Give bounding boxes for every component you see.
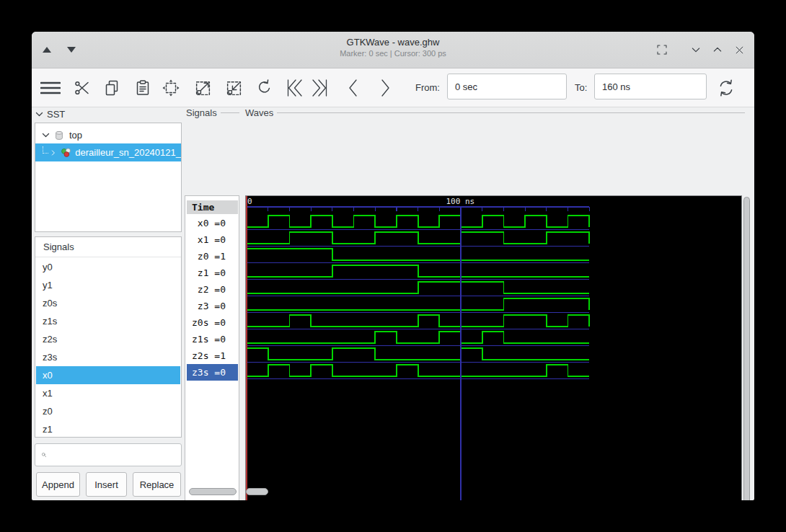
marker-cursor-status: Marker: 0 sec | Cursor: 300 ps xyxy=(32,48,754,58)
sst-label: SST xyxy=(47,109,65,120)
keep-above-button[interactable] xyxy=(653,40,671,59)
window-title: GTKWave - wave.ghw xyxy=(32,36,754,48)
signal-row[interactable]: z0 =1 xyxy=(187,248,238,265)
tree-item-derailleur[interactable]: derailleur_sn_20240121_ xyxy=(35,143,181,161)
search-input[interactable] xyxy=(51,445,181,465)
signal-row[interactable]: x1 =0 xyxy=(187,231,238,248)
names-hscrollbar[interactable] xyxy=(189,488,237,495)
main-content: SST top derailleur_sn_20240121_ Signa xyxy=(32,107,754,500)
chevron-down-icon xyxy=(690,44,702,56)
desktop-background: GTKWave - wave.ghw Marker: 0 sec | Curso… xyxy=(0,0,786,532)
expander-open-icon[interactable] xyxy=(41,130,50,140)
menu-icon xyxy=(40,79,61,97)
wave-canvas[interactable]: 0100 ns xyxy=(245,195,742,500)
replace-button[interactable]: Replace xyxy=(133,472,181,497)
tree-item-label: derailleur_sn_20240121_ xyxy=(75,147,181,158)
signal-row[interactable]: z1 =0 xyxy=(187,265,238,281)
zoom-out-button[interactable] xyxy=(221,76,246,100)
reload-button[interactable] xyxy=(714,76,738,100)
timeline-marker-label: 100 ns xyxy=(446,197,475,206)
menu-button[interactable] xyxy=(38,76,63,100)
signal-row[interactable]: x0 =0 xyxy=(187,215,238,231)
list-item[interactable]: z0s xyxy=(36,294,180,312)
waveform-z3s xyxy=(247,365,589,376)
names-frame-label: Signals xyxy=(186,107,217,118)
list-item[interactable]: z1 xyxy=(36,420,180,436)
waveform-z3 xyxy=(247,298,589,310)
chevron-left-icon xyxy=(345,79,362,97)
skip-to-start-button[interactable] xyxy=(283,76,307,100)
signal-row[interactable]: z3 =0 xyxy=(187,298,238,314)
from-label: From: xyxy=(415,82,440,93)
skip-to-end-button[interactable] xyxy=(307,76,332,100)
append-button[interactable]: Append xyxy=(36,472,80,497)
replace-label: Replace xyxy=(140,479,175,490)
module-icon xyxy=(60,146,72,159)
search-icon xyxy=(41,449,47,461)
cut-button[interactable] xyxy=(70,76,94,100)
list-item[interactable]: z1s xyxy=(36,312,180,330)
signal-row[interactable]: z2 =0 xyxy=(187,281,238,298)
undo-button[interactable] xyxy=(252,76,276,100)
keep-above-icon xyxy=(655,43,668,56)
waves-frame-line xyxy=(277,112,745,113)
signal-names-panel: Time x0 =0 x1 =0 z0 =1 z1 =0 z2 =0 z3 =0… xyxy=(185,195,239,500)
signal-row[interactable]: z1s =0 xyxy=(187,331,238,347)
waves-vscroll-thumb[interactable] xyxy=(743,197,750,500)
time-header[interactable]: Time xyxy=(187,200,238,214)
signal-list-header: Signals xyxy=(35,237,181,257)
tree-item-top[interactable]: top xyxy=(35,127,181,143)
waveform-z1s xyxy=(247,332,589,343)
copy-button[interactable] xyxy=(100,76,124,100)
copy-icon xyxy=(103,79,120,97)
sst-header[interactable]: SST xyxy=(35,109,65,120)
titlebar[interactable]: GTKWave - wave.ghw Marker: 0 sec | Curso… xyxy=(32,32,754,68)
waveform-z0 xyxy=(247,249,589,260)
undo-icon xyxy=(255,79,273,97)
skip-to-end-icon xyxy=(309,79,330,97)
list-item[interactable]: y1 xyxy=(36,276,180,294)
signal-row[interactable]: z2s =1 xyxy=(187,347,238,364)
zoom-fit-button[interactable] xyxy=(159,76,183,100)
paste-button[interactable] xyxy=(131,76,155,100)
expander-closed-icon[interactable] xyxy=(50,148,57,157)
list-item[interactable]: x1 xyxy=(36,384,180,402)
list-item[interactable]: z0 xyxy=(36,402,180,420)
waveform-x0 xyxy=(247,216,589,227)
list-item[interactable]: z3s xyxy=(36,348,180,366)
waveforms: 0100 ns xyxy=(246,196,741,500)
chevron-right-icon xyxy=(376,79,394,97)
append-label: Append xyxy=(42,479,74,490)
zoom-in-icon xyxy=(194,79,212,97)
signal-row[interactable]: z0s =0 xyxy=(187,314,238,331)
close-button[interactable] xyxy=(730,40,749,59)
waveform-z2s xyxy=(247,348,589,360)
insert-button[interactable]: Insert xyxy=(86,472,127,497)
signal-list-panel: Signals y0y1z0sz1sz2sz3sx0x1z0z1 xyxy=(35,236,182,438)
to-input[interactable] xyxy=(594,74,707,99)
list-item[interactable]: z2s xyxy=(36,330,180,348)
waves-hscrollbar[interactable] xyxy=(246,488,268,495)
paste-icon xyxy=(134,79,151,97)
list-item[interactable]: y0 xyxy=(36,258,180,276)
maximize-button[interactable] xyxy=(708,40,727,59)
zoom-in-button[interactable] xyxy=(190,76,215,100)
zoom-fit-icon xyxy=(162,79,180,97)
waves-vscrollbar[interactable] xyxy=(742,195,751,500)
minimize-button[interactable] xyxy=(686,40,705,59)
waves-frame-label: Waves xyxy=(245,107,273,118)
step-forward-button[interactable] xyxy=(373,76,397,100)
signal-list: y0y1z0sz1sz2sz3sx0x1z0z1 xyxy=(36,258,180,436)
collapse-chevron-icon xyxy=(35,110,44,119)
toolbar: From: To: xyxy=(32,68,754,107)
zoom-out-icon xyxy=(225,79,243,97)
list-item[interactable]: x0 xyxy=(36,366,180,384)
gtkwave-window: GTKWave - wave.ghw Marker: 0 sec | Curso… xyxy=(32,32,754,500)
insert-label: Insert xyxy=(94,479,118,490)
database-icon xyxy=(53,130,65,141)
cut-icon xyxy=(74,79,91,97)
signal-search[interactable] xyxy=(35,443,182,466)
signal-row[interactable]: z3s =0 xyxy=(187,364,238,381)
from-input[interactable] xyxy=(447,74,567,99)
step-back-button[interactable] xyxy=(341,76,366,100)
